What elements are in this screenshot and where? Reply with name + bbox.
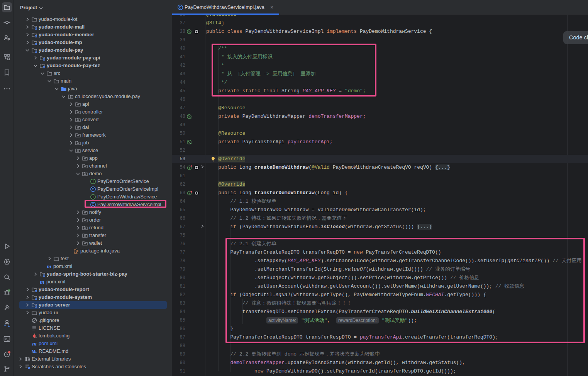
svg-text:m: m — [47, 263, 51, 269]
svg-text:m: m — [32, 340, 37, 347]
svg-text:I: I — [189, 166, 190, 170]
svg-text:I: I — [93, 179, 94, 183]
svg-text:m: m — [40, 279, 44, 285]
svg-text:I: I — [189, 192, 190, 195]
svg-text:C: C — [92, 187, 95, 191]
svg-text:C: C — [179, 5, 182, 9]
svg-text:I: I — [93, 195, 94, 199]
svg-text:M: M — [32, 349, 35, 354]
